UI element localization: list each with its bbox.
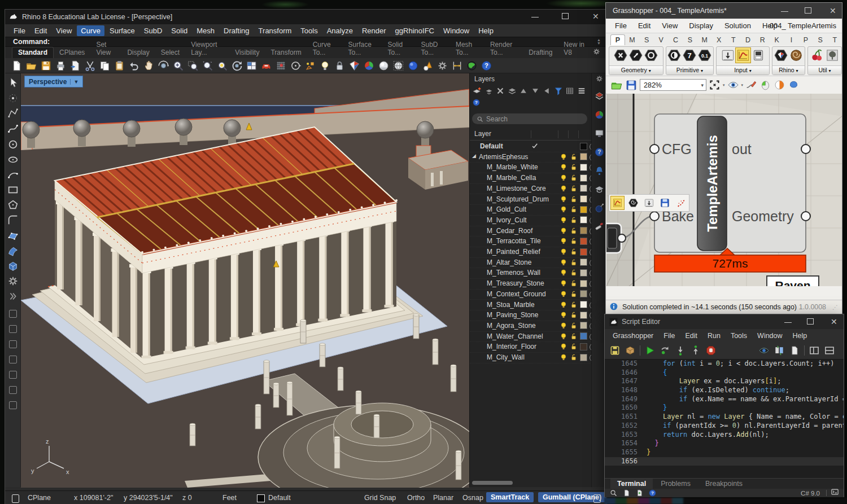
grasshopper-menu-edit[interactable]: Edit <box>634 20 655 31</box>
triangle-down-icon[interactable] <box>530 86 540 96</box>
delete-layer-icon[interactable] <box>495 86 505 96</box>
viewport-grid-icon[interactable] <box>246 60 257 72</box>
toolbar-tab-set-view[interactable]: Set View <box>90 40 121 58</box>
mini-save-blue-icon[interactable] <box>658 196 672 210</box>
rhino-menu-tools[interactable]: Tools <box>296 25 321 36</box>
status-toggle-grid-snap[interactable]: Grid Snap <box>364 494 396 502</box>
toolbar-tab-display[interactable]: Display <box>121 47 155 58</box>
code-line-1646[interactable]: 1646 { <box>605 369 844 378</box>
layer-color-swatch[interactable] <box>580 185 587 192</box>
polygon-tool-icon[interactable] <box>7 199 19 211</box>
layer-visibility-bulb-icon[interactable] <box>560 353 567 363</box>
layer-color-swatch[interactable] <box>580 206 587 213</box>
rhino-menu-solid[interactable]: Solid <box>167 25 191 36</box>
stop-octagon-icon[interactable] <box>705 345 717 356</box>
code-line-1645[interactable]: 1645 for (int i = 0; i < doc.Layers.Coun… <box>605 360 844 369</box>
ribbon-tab-11-k[interactable]: K <box>770 35 784 45</box>
ribbon-tab-9-d[interactable]: D <box>741 35 756 45</box>
layer-color-swatch[interactable] <box>580 216 587 223</box>
layer-row-m_context_ground[interactable]: M_Context_Ground <box>470 289 592 300</box>
panel-tab-breakpoints[interactable]: Breakpoints <box>698 479 749 489</box>
code-editor[interactable]: 1645 for (int i = 0; i < doc.Layers.Coun… <box>605 360 844 478</box>
layer-color-swatch[interactable] <box>580 258 587 266</box>
layer-color-swatch[interactable] <box>580 343 587 350</box>
layer-color-swatch[interactable] <box>580 332 587 340</box>
layer-lock-icon[interactable] <box>570 290 578 300</box>
toolbar-tab-drafting[interactable]: Drafting <box>523 47 558 58</box>
duplicate-layer-icon[interactable] <box>507 86 517 96</box>
layer-color-swatch[interactable] <box>580 227 587 234</box>
ribbon-group-label[interactable]: Input ▾ <box>717 65 769 74</box>
ribbon-group-label[interactable]: Rhino ▾ <box>772 65 805 74</box>
rhino-menu-curve[interactable]: Curve <box>77 25 104 36</box>
layer-visibility-bulb-icon[interactable] <box>560 322 567 331</box>
language-version-label[interactable]: C# 9.0 <box>801 490 820 497</box>
toolbar-tab-select[interactable]: Select <box>155 47 185 58</box>
layers-help-icon[interactable]: ? <box>472 98 481 107</box>
layer-visibility-bulb-icon[interactable] <box>560 311 567 321</box>
pointer-arrow-icon[interactable] <box>7 77 19 89</box>
eye-preview-icon[interactable] <box>758 345 770 356</box>
learn-cap-icon[interactable] <box>594 184 605 195</box>
rhino-menu-help[interactable]: Help <box>474 25 497 36</box>
toolbar-tab-new-in-v8[interactable]: New in V8 <box>558 40 592 58</box>
layer-visibility-bulb-icon[interactable] <box>560 237 567 247</box>
rhino-menu-file[interactable]: File <box>10 25 29 36</box>
layer-color-swatch[interactable] <box>580 195 587 203</box>
layer-lock-icon[interactable] <box>570 163 578 173</box>
ribbon-tab-7-x[interactable]: X <box>711 35 726 45</box>
named-view-car-icon[interactable] <box>260 60 272 72</box>
lightbulb-icon[interactable] <box>319 60 331 72</box>
dock-toggle-icon[interactable] <box>9 386 17 394</box>
mini-spray-sparks-icon[interactable] <box>674 196 688 210</box>
layer-row-m_painted_relief[interactable]: M_Painted_Relief <box>470 247 592 258</box>
layer-color-swatch[interactable] <box>580 290 587 297</box>
layer-color-swatch[interactable] <box>580 280 587 287</box>
hex-half-icon[interactable] <box>667 48 682 63</box>
resize-grip-icon[interactable]: ⋰ <box>832 304 839 310</box>
console-icon[interactable] <box>831 488 839 498</box>
new-file-icon[interactable] <box>11 60 23 72</box>
hex-circle-icon[interactable] <box>644 48 658 63</box>
spiral-hex-icon[interactable] <box>789 48 804 63</box>
layer-lock-icon[interactable] <box>570 248 578 257</box>
layer-color-swatch[interactable] <box>580 164 587 171</box>
layer-color-swatch[interactable] <box>580 322 587 329</box>
maximize-icon[interactable] <box>805 7 812 15</box>
rhino-menu-window[interactable]: Window <box>439 25 473 36</box>
paste-icon[interactable] <box>113 60 125 72</box>
toolbar-tab-mesh-to-[interactable]: Mesh To... <box>450 40 484 58</box>
mini-hex-spiral-mini-icon[interactable] <box>626 196 640 210</box>
earth-globe-icon[interactable] <box>466 60 478 72</box>
gear-settings-icon[interactable] <box>595 74 604 83</box>
current-layer-swatch[interactable] <box>257 494 265 502</box>
layer-row-m_sculptured_drum[interactable]: M_Sculptured_Drum <box>470 194 592 205</box>
ellipse-tool-icon[interactable] <box>7 153 19 165</box>
status-toggle-smarttrack[interactable]: SmartTrack <box>486 492 534 502</box>
layer-visibility-bulb-icon[interactable] <box>560 185 567 194</box>
close-icon[interactable]: ✕ <box>829 7 837 15</box>
layer-lock-icon[interactable] <box>570 185 578 194</box>
single-point-icon[interactable] <box>7 92 19 104</box>
curve-interpolate-icon[interactable] <box>7 122 19 135</box>
hex-decimal-icon[interactable]: 0.1 <box>697 48 712 63</box>
toolbar-gear-icon[interactable] <box>592 47 601 58</box>
script-editor-menu-window[interactable]: Window <box>753 331 787 341</box>
toolbar-tab-render-to-[interactable]: Render To... <box>484 40 523 58</box>
temple-artemis-component[interactable]: CFG Bake out Geometry TempleArtemis <box>650 114 810 252</box>
panel-tab-problems[interactable]: Problems <box>654 479 697 489</box>
status-cplane[interactable]: CPlane <box>28 494 51 502</box>
author-tag[interactable]: Raven <box>767 276 819 286</box>
hex-seven-icon[interactable]: 7 <box>682 48 697 63</box>
layer-lock-icon[interactable] <box>570 153 578 163</box>
display-monitor-icon[interactable] <box>594 128 605 139</box>
layer-color-swatch[interactable] <box>580 143 587 150</box>
layer-lock-icon[interactable] <box>570 174 578 183</box>
layer-visibility-bulb-icon[interactable] <box>560 279 567 289</box>
layer-search-input[interactable]: Search <box>472 113 587 124</box>
rhino-menu-drafting[interactable]: Drafting <box>220 25 254 36</box>
status-filter-icon[interactable] <box>12 494 19 503</box>
dock-toggle-icon[interactable] <box>9 325 17 333</box>
rhino-menu-subd[interactable]: SubD <box>140 25 167 36</box>
layer-lock-icon[interactable] <box>570 322 578 331</box>
